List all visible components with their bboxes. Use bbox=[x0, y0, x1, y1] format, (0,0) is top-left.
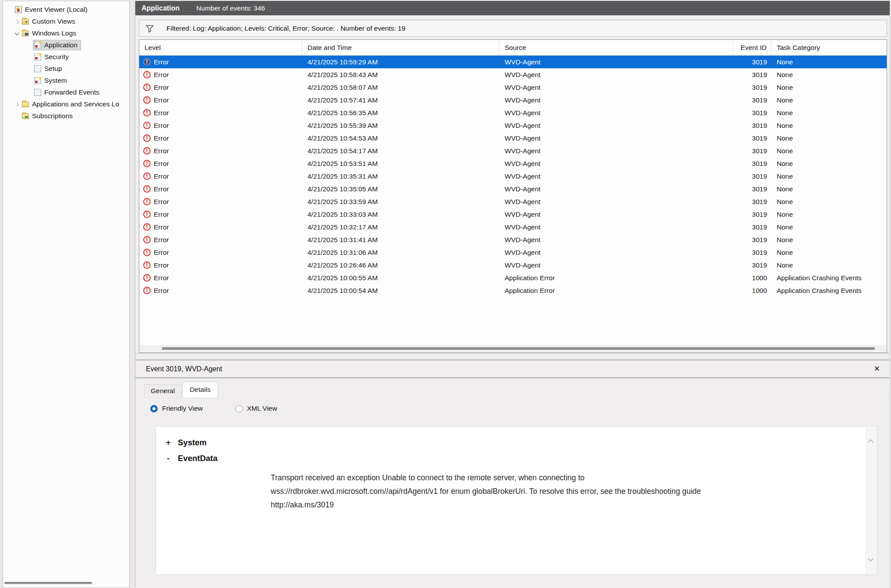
event-row[interactable]: !Error4/21/2025 10:55:39 AMWVD-Agent3019… bbox=[139, 119, 887, 132]
cell-event_id: 3019 bbox=[733, 211, 771, 218]
event-row[interactable]: !Error4/21/2025 10:33:59 AMWVD-Agent3019… bbox=[139, 195, 887, 208]
cell-event_id: 3019 bbox=[733, 236, 771, 244]
cell-event_id: 3019 bbox=[733, 84, 771, 92]
event-row[interactable]: !Error4/21/2025 10:57:41 AMWVD-Agent3019… bbox=[139, 94, 887, 106]
level-text: Error bbox=[154, 122, 169, 130]
cell-datetime: 4/21/2025 10:00:55 AM bbox=[302, 274, 499, 282]
tree-item-subscriptions[interactable]: Subscriptions bbox=[3, 110, 129, 122]
column-header-date-and-time[interactable]: Date and Time bbox=[302, 40, 499, 55]
event-row[interactable]: !Error4/21/2025 10:53:51 AMWVD-Agent3019… bbox=[139, 157, 887, 170]
console-tree-panel: Event Viewer (Local)Custom ViewsWindows … bbox=[3, 1, 130, 588]
pane-splitter[interactable] bbox=[135, 353, 890, 360]
expander-expanded-icon[interactable] bbox=[14, 30, 21, 37]
tree-item-label: Application bbox=[44, 41, 78, 49]
tree-item-application[interactable]: Application bbox=[3, 39, 129, 51]
cell-task_category: Application Crashing Events bbox=[771, 287, 887, 295]
event-row[interactable]: !Error4/21/2025 10:58:07 AMWVD-Agent3019… bbox=[139, 81, 887, 94]
tree-scrollbar-thumb[interactable] bbox=[4, 582, 92, 584]
event-row[interactable]: !Error4/21/2025 10:54:17 AMWVD-Agent3019… bbox=[139, 144, 887, 157]
event-row[interactable]: !Error4/21/2025 10:35:31 AMWVD-Agent3019… bbox=[139, 170, 887, 183]
cell-level: !Error bbox=[139, 71, 302, 79]
tree-item-body: System bbox=[33, 75, 71, 86]
column-header-level[interactable]: Level bbox=[139, 40, 302, 55]
event-row[interactable]: !Error4/21/2025 10:00:54 AMApplication E… bbox=[139, 284, 887, 297]
tree-item-security[interactable]: Security bbox=[3, 51, 129, 63]
column-header-source[interactable]: Source bbox=[499, 40, 733, 55]
error-icon: ! bbox=[143, 274, 151, 282]
radio-label: XML View bbox=[247, 405, 277, 412]
event-list-horizontal-scrollbar[interactable] bbox=[140, 345, 886, 352]
scroll-up-icon[interactable] bbox=[868, 439, 873, 445]
close-icon[interactable]: ✕ bbox=[874, 364, 880, 373]
cell-datetime: 4/21/2025 10:56:35 AM bbox=[302, 109, 499, 117]
radio-xml-view[interactable]: XML View bbox=[235, 405, 277, 412]
event-row[interactable]: !Error4/21/2025 10:26:46 AMWVD-Agent3019… bbox=[139, 259, 887, 271]
column-header-event-id[interactable]: Event ID bbox=[733, 40, 771, 55]
level-text: Error bbox=[154, 160, 169, 168]
event-row[interactable]: !Error4/21/2025 10:33:03 AMWVD-Agent3019… bbox=[139, 208, 887, 221]
tree-item-label: Windows Logs bbox=[32, 29, 76, 37]
cell-datetime: 4/21/2025 10:54:53 AM bbox=[302, 134, 499, 142]
event-row[interactable]: !Error4/21/2025 10:31:06 AMWVD-Agent3019… bbox=[139, 246, 887, 259]
cell-task_category: None bbox=[771, 198, 887, 206]
filter-summary: Filtered: Log: Application; Levels: Crit… bbox=[166, 25, 405, 32]
tree-item-custom-views[interactable]: Custom Views bbox=[3, 15, 129, 27]
eventdata-node-expander-icon[interactable]: - bbox=[166, 454, 171, 463]
expander-collapsed-icon[interactable] bbox=[14, 101, 21, 108]
view-options: Friendly ViewXML View bbox=[135, 405, 890, 412]
tree-item-windows-logs[interactable]: Windows Logs bbox=[3, 27, 129, 39]
cell-source: Application Error bbox=[499, 274, 733, 282]
cell-task_category: Application Crashing Events bbox=[771, 274, 887, 282]
scroll-down-icon[interactable] bbox=[868, 556, 873, 562]
event-row[interactable]: !Error4/21/2025 10:54:53 AMWVD-Agent3019… bbox=[139, 132, 887, 144]
cell-source: WVD-Agent bbox=[499, 84, 733, 92]
expander-collapsed-icon[interactable] bbox=[14, 18, 21, 25]
error-icon: ! bbox=[143, 96, 151, 104]
cell-datetime: 4/21/2025 10:33:59 AM bbox=[302, 198, 499, 206]
tree-item-forwarded-events[interactable]: Forwarded Events bbox=[3, 86, 129, 98]
event-row[interactable]: !Error4/21/2025 10:59:29 AMWVD-Agent3019… bbox=[139, 56, 887, 68]
radio-button-icon bbox=[235, 405, 243, 412]
cell-datetime: 4/21/2025 10:35:05 AM bbox=[302, 185, 499, 193]
cell-source: WVD-Agent bbox=[499, 198, 733, 206]
cell-level: !Error bbox=[139, 261, 302, 269]
column-header-task-category[interactable]: Task Category bbox=[771, 40, 887, 55]
tree-item-event-viewer-local[interactable]: Event Viewer (Local) bbox=[3, 4, 129, 15]
radio-friendly-view[interactable]: Friendly View bbox=[150, 405, 203, 412]
level-text: Error bbox=[154, 185, 169, 193]
system-node-expander-icon[interactable]: + bbox=[166, 438, 171, 447]
tree-item-body: Setup bbox=[33, 63, 66, 74]
console-tree: Event Viewer (Local)Custom ViewsWindows … bbox=[3, 1, 129, 122]
tree-horizontal-scrollbar[interactable] bbox=[4, 582, 128, 585]
event-row[interactable]: !Error4/21/2025 10:56:35 AMWVD-Agent3019… bbox=[139, 106, 887, 119]
error-icon: ! bbox=[143, 58, 151, 66]
event-row[interactable]: !Error4/21/2025 10:31:41 AMWVD-Agent3019… bbox=[139, 233, 887, 246]
tab-details[interactable]: Details bbox=[182, 382, 218, 398]
event-row[interactable]: !Error4/21/2025 10:35:05 AMWVD-Agent3019… bbox=[139, 183, 887, 195]
detail-vertical-scrollbar[interactable] bbox=[865, 427, 877, 574]
error-icon: ! bbox=[143, 134, 151, 142]
tree-item-applications-and-services-lo[interactable]: Applications and Services Lo bbox=[3, 98, 129, 110]
cell-event_id: 1000 bbox=[733, 274, 771, 282]
system-node[interactable]: + System bbox=[166, 438, 877, 447]
error-icon: ! bbox=[143, 122, 151, 129]
event-row[interactable]: !Error4/21/2025 10:32:17 AMWVD-Agent3019… bbox=[139, 221, 887, 233]
cell-datetime: 4/21/2025 10:58:07 AM bbox=[302, 84, 499, 92]
error-icon: ! bbox=[143, 211, 151, 218]
tab-general[interactable]: General bbox=[144, 384, 181, 398]
event-list-scrollbar-thumb[interactable] bbox=[162, 347, 875, 350]
event-detail-pane: Event 3019, WVD-Agent ✕ GeneralDetails F… bbox=[135, 360, 890, 588]
radio-label: Friendly View bbox=[162, 405, 203, 412]
cell-datetime: 4/21/2025 10:31:06 AM bbox=[302, 249, 499, 257]
cell-source: WVD-Agent bbox=[499, 71, 733, 79]
event-row[interactable]: !Error4/21/2025 10:00:55 AMApplication E… bbox=[139, 271, 887, 284]
tree-item-system[interactable]: System bbox=[3, 74, 129, 86]
tree-item-setup[interactable]: Setup bbox=[3, 63, 129, 74]
event-row[interactable]: !Error4/21/2025 10:58:43 AMWVD-Agent3019… bbox=[139, 68, 887, 81]
cell-task_category: None bbox=[771, 185, 887, 193]
eventdata-node[interactable]: - EventData bbox=[166, 454, 877, 463]
error-icon: ! bbox=[143, 223, 151, 231]
error-icon: ! bbox=[143, 71, 151, 78]
cell-task_category: None bbox=[771, 122, 887, 130]
error-icon: ! bbox=[143, 249, 151, 256]
